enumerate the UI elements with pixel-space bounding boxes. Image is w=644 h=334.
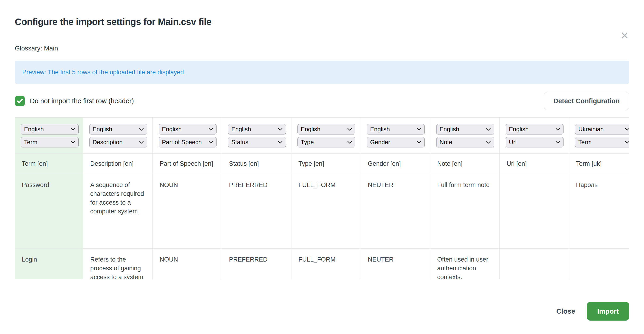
col-8-field-value: Term	[578, 139, 592, 146]
table-cell: Often used in user authentication contex…	[430, 249, 500, 279]
col-5-field-select[interactable]: Gender	[367, 137, 425, 147]
table-cell: Login	[15, 249, 83, 279]
checkmark-icon	[17, 99, 23, 104]
table-cell: PREFERRED	[222, 249, 292, 279]
chevron-down-icon	[486, 128, 491, 131]
table-column-note-en: English Note Note [en] Full form term no…	[430, 118, 500, 279]
col-6-language-select[interactable]: English	[436, 124, 494, 135]
preview-table-wrapper: English Term Term [en] Password Login En…	[15, 117, 629, 279]
chevron-down-icon	[556, 141, 560, 144]
col-5-field-value: Gender	[370, 139, 390, 146]
header-row-checkbox-group: Do not import the first row (header)	[15, 96, 134, 106]
column-header: Status [en]	[222, 154, 292, 174]
chevron-down-icon	[416, 141, 422, 144]
table-cell: Refers to the process of gaining access …	[83, 249, 153, 279]
col-7-language-value: English	[509, 126, 528, 133]
col-0-language-value: English	[24, 126, 44, 133]
column-header: Url [en]	[500, 154, 569, 174]
table-column-part-of-speech-en: English Part of Speech Part of Speech [e…	[153, 118, 222, 279]
col-3-field-value: Status	[231, 139, 248, 146]
table-column-term-en: English Term Term [en] Password Login	[15, 118, 83, 279]
col-8-language-select[interactable]: Ukrainian	[575, 124, 629, 135]
col-2-field-select[interactable]: Part of Speech	[159, 137, 216, 147]
import-button[interactable]: Import	[587, 302, 629, 320]
column-config-cell: English Term	[15, 118, 83, 154]
page-title: Configure the import settings for Main.c…	[15, 17, 629, 27]
table-cell	[569, 249, 629, 279]
preview-info-text: Preview: The first 5 rows of the uploade…	[22, 69, 186, 76]
column-config-cell: Ukrainian Term	[569, 118, 629, 154]
col-7-language-select[interactable]: English	[506, 124, 564, 135]
column-header: Gender [en]	[361, 154, 430, 174]
table-cell	[500, 249, 569, 279]
table-cell: NEUTER	[361, 249, 430, 279]
column-header: Note [en]	[430, 154, 500, 174]
close-button[interactable]: Close	[556, 307, 575, 315]
table-column-gender-en: English Gender Gender [en] NEUTER NEUTER	[361, 118, 430, 279]
col-1-field-value: Description	[92, 139, 122, 146]
table-cell: NOUN	[153, 249, 222, 279]
chevron-down-icon	[556, 128, 560, 131]
table-cell: NOUN	[153, 174, 222, 249]
table-column-status-en: English Status Status [en] PREFERRED PRE…	[222, 118, 292, 279]
col-2-language-value: English	[162, 126, 182, 133]
col-0-field-select[interactable]: Term	[21, 137, 79, 147]
table-column-description-en: English Description Description [en] A s…	[83, 118, 153, 279]
col-3-field-select[interactable]: Status	[228, 137, 286, 147]
col-3-language-value: English	[231, 126, 251, 133]
col-6-field-value: Note	[440, 139, 452, 146]
chevron-down-icon	[347, 141, 352, 144]
preview-info-banner: Preview: The first 5 rows of the uploade…	[15, 61, 629, 84]
column-header: Term [uk]	[569, 154, 629, 174]
col-1-language-value: English	[92, 126, 112, 133]
skip-header-checkbox[interactable]	[15, 96, 25, 106]
col-4-field-select[interactable]: Type	[298, 137, 355, 147]
column-config-cell: English Url	[500, 118, 569, 154]
table-cell: FULL_FORM	[292, 174, 361, 249]
col-6-language-value: English	[440, 126, 459, 133]
chevron-down-icon	[278, 128, 283, 131]
table-cell: Full form term note	[430, 174, 500, 249]
table-column-url-en: English Url Url [en]	[500, 118, 569, 279]
detect-configuration-button[interactable]: Detect Configuration	[544, 92, 629, 110]
chevron-down-icon	[625, 128, 629, 131]
glossary-value: Main	[44, 45, 58, 52]
chevron-down-icon	[139, 141, 144, 144]
table-column-term-uk: Ukrainian Term Term [uk] Пароль	[569, 118, 629, 279]
col-0-field-value: Term	[24, 139, 38, 146]
column-header: Type [en]	[292, 154, 361, 174]
controls-row: Do not import the first row (header) Det…	[15, 92, 629, 110]
col-6-field-select[interactable]: Note	[436, 137, 494, 147]
column-config-cell: English Note	[430, 118, 500, 154]
col-8-field-select[interactable]: Term	[575, 137, 629, 147]
preview-table: English Term Term [en] Password Login En…	[15, 118, 629, 279]
chevron-down-icon	[416, 128, 422, 131]
table-cell: Password	[15, 174, 83, 249]
col-0-language-select[interactable]: English	[21, 124, 79, 135]
chevron-down-icon	[486, 141, 491, 144]
close-icon[interactable]: ✕	[618, 30, 630, 42]
column-header: Part of Speech [en]	[153, 154, 222, 174]
col-5-language-select[interactable]: English	[367, 124, 425, 135]
table-cell: A sequence of characters required for ac…	[83, 174, 153, 249]
col-1-language-select[interactable]: English	[89, 124, 147, 135]
dialog-footer: Close Import	[15, 302, 629, 320]
import-settings-dialog: ✕ Configure the import settings for Main…	[0, 17, 644, 334]
table-cell: FULL_FORM	[292, 249, 361, 279]
col-4-language-value: English	[301, 126, 320, 133]
table-cell	[500, 174, 569, 249]
column-config-cell: English Gender	[361, 118, 430, 154]
column-header: Description [en]	[83, 154, 153, 174]
column-config-cell: English Part of Speech	[153, 118, 222, 154]
column-config-cell: English Description	[83, 118, 153, 154]
col-7-field-select[interactable]: Url	[506, 137, 564, 147]
table-cell: PREFERRED	[222, 174, 292, 249]
table-cell: Пароль	[569, 174, 629, 249]
col-3-language-select[interactable]: English	[228, 124, 286, 135]
col-8-language-value: Ukrainian	[578, 126, 604, 133]
col-2-language-select[interactable]: English	[159, 124, 216, 135]
col-1-field-select[interactable]: Description	[89, 137, 147, 147]
col-4-language-select[interactable]: English	[298, 124, 355, 135]
col-5-language-value: English	[370, 126, 390, 133]
chevron-down-icon	[208, 128, 213, 131]
